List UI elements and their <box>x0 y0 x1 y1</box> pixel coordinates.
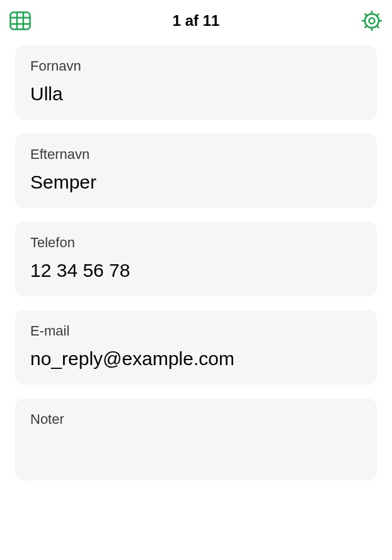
email-label: E-mail <box>30 323 362 339</box>
notes-value <box>30 428 362 452</box>
phone-value: 12 34 56 78 <box>30 259 362 283</box>
notes-label: Noter <box>30 411 362 428</box>
svg-line-14 <box>365 14 367 16</box>
firstname-value: Ulla <box>30 82 362 106</box>
table-view-button[interactable] <box>9 9 32 32</box>
firstname-field[interactable]: Fornavn Ulla <box>15 45 377 120</box>
form-content: Fornavn Ulla Efternavn Semper Telefon 12… <box>0 39 392 481</box>
firstname-label: Fornavn <box>30 58 362 74</box>
email-value: no_reply@example.com <box>30 347 362 371</box>
svg-line-12 <box>365 26 367 28</box>
table-grid-icon <box>9 11 31 30</box>
settings-button[interactable] <box>360 9 383 32</box>
gear-icon <box>361 10 383 32</box>
lastname-field[interactable]: Efternavn Semper <box>15 134 377 208</box>
svg-rect-0 <box>11 13 30 30</box>
lastname-value: Semper <box>30 170 362 194</box>
notes-field[interactable]: Noter <box>15 399 377 481</box>
phone-label: Telefon <box>30 235 362 251</box>
page-counter: 1 af 11 <box>173 12 220 30</box>
lastname-label: Efternavn <box>30 146 362 163</box>
svg-line-10 <box>377 26 379 28</box>
svg-point-6 <box>369 18 375 24</box>
svg-line-8 <box>377 14 379 16</box>
email-field[interactable]: E-mail no_reply@example.com <box>15 310 377 385</box>
phone-field[interactable]: Telefon 12 34 56 78 <box>15 222 377 296</box>
header: 1 af 11 <box>0 0 392 39</box>
